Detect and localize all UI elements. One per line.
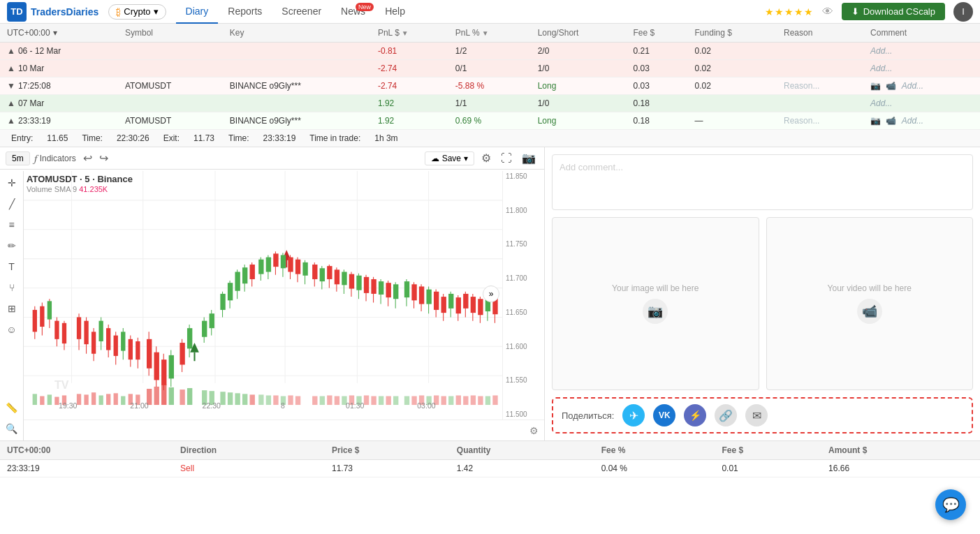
- trade-time[interactable]: ▼17:25:08: [0, 77, 118, 95]
- th-pnl-usd[interactable]: PnL $ ▼: [371, 24, 448, 43]
- svg-rect-179: [393, 396, 398, 405]
- svg-rect-88: [320, 268, 325, 281]
- add-link[interactable]: Add...: [902, 116, 923, 126]
- nav-diary[interactable]: Diary: [176, 0, 219, 24]
- th-timezone[interactable]: UTC+00:00 ▾: [0, 24, 118, 43]
- svg-rect-161: [250, 394, 255, 405]
- pnl-usd: -2.74: [371, 60, 448, 77]
- expand-icon[interactable]: ▲: [7, 64, 15, 73]
- image-upload-box[interactable]: Your image will be here 📷: [552, 217, 759, 390]
- eye-icon[interactable]: 👁: [822, 6, 833, 18]
- fee: 0.18: [626, 95, 687, 112]
- indicators-button[interactable]: 𝑓 Indicators: [34, 152, 76, 165]
- week-label[interactable]: ▲06 - 12 Mar: [0, 43, 118, 60]
- svg-rect-176: [371, 396, 376, 405]
- svg-rect-160: [242, 394, 247, 405]
- svg-rect-74: [266, 258, 271, 272]
- camera-icon[interactable]: 📷: [870, 116, 881, 126]
- timeframe-button[interactable]: 5m: [6, 151, 30, 165]
- add-comment-link[interactable]: Add...: [863, 60, 980, 77]
- save-button[interactable]: ☁ Save ▾: [425, 151, 474, 165]
- logo-icon[interactable]: TD: [7, 2, 27, 22]
- share-discord-button[interactable]: ⚡: [684, 404, 706, 427]
- fork-tool[interactable]: ⑂: [3, 279, 21, 297]
- video-upload-icon[interactable]: 📹: [857, 299, 882, 324]
- crypto-selector[interactable]: ₿ Crypto ▾: [108, 4, 166, 20]
- svg-rect-146: [121, 396, 125, 405]
- th-utc: UTC+00:00: [0, 441, 173, 460]
- trade-time[interactable]: ▲23:33:19: [0, 112, 118, 130]
- svg-rect-157: [220, 392, 225, 405]
- chart-settings-button[interactable]: ⚙: [478, 150, 494, 166]
- bottom-area: 5m 𝑓 Indicators ↩ ↪ ☁ Save ▾ ⚙ ⛶ 📷 ✛ ╱ ≡: [0, 147, 980, 440]
- add-comment-link[interactable]: Add...: [863, 43, 980, 60]
- video-icon[interactable]: 📹: [886, 81, 896, 91]
- image-upload-icon[interactable]: 📷: [643, 299, 668, 324]
- svg-rect-78: [281, 255, 286, 268]
- nav-news[interactable]: News New: [331, 0, 375, 24]
- trend-line-tool[interactable]: ╱: [3, 195, 21, 213]
- crosshair-tool[interactable]: ✛: [3, 174, 21, 192]
- svg-rect-170: [327, 395, 332, 405]
- table-row: ▲23:33:19 ATOMUSDT BINANCE o9Gly*** 1.92…: [0, 112, 980, 130]
- share-email-button[interactable]: ✉: [745, 404, 768, 427]
- expand-icon[interactable]: ▼: [7, 81, 15, 91]
- th-fee: Fee $: [626, 24, 687, 43]
- video-upload-box[interactable]: Your video will be here 📹: [766, 217, 974, 390]
- svg-rect-28: [92, 332, 96, 353]
- svg-rect-90: [327, 266, 332, 279]
- media-row: Your image will be here 📷 Your video wil…: [552, 217, 973, 390]
- pnl-usd: -2.74: [371, 77, 448, 95]
- day-label[interactable]: ▲10 Mar: [0, 60, 118, 77]
- chart-screenshot-button[interactable]: 📷: [519, 150, 539, 166]
- svg-rect-153: [180, 390, 184, 405]
- time-in-trade-value: 1h 3m: [374, 133, 397, 143]
- redo-button[interactable]: ↪: [96, 150, 111, 166]
- pattern-tool[interactable]: ⊞: [3, 299, 21, 318]
- svg-text:03:00: 03:00: [417, 401, 436, 410]
- svg-rect-72: [258, 260, 263, 274]
- share-telegram-button[interactable]: ✈: [622, 404, 645, 427]
- th-pnl-pct[interactable]: PnL % ▼: [448, 24, 531, 43]
- ruler-tool[interactable]: 📏: [3, 399, 21, 417]
- orders-table: UTC+00:00 Direction Price $ Quantity Fee…: [0, 441, 980, 477]
- reason-link[interactable]: Reason...: [777, 77, 863, 95]
- add-comment-link[interactable]: Add...: [863, 95, 980, 112]
- draw-tool[interactable]: ✏: [3, 237, 21, 255]
- chart-container: 5m 𝑓 Indicators ↩ ↪ ☁ Save ▾ ⚙ ⛶ 📷 ✛ ╱ ≡: [0, 147, 545, 440]
- svg-rect-48: [169, 355, 174, 379]
- day-label[interactable]: ▲07 Mar: [0, 95, 118, 112]
- horizontal-line-tool[interactable]: ≡: [3, 216, 21, 234]
- expand-icon[interactable]: ▲: [7, 116, 15, 126]
- camera-icon[interactable]: 📷: [870, 81, 881, 91]
- nav-help[interactable]: Help: [375, 0, 415, 24]
- chart-expand-button[interactable]: ⛶: [498, 151, 515, 166]
- svg-rect-144: [106, 394, 110, 405]
- share-vk-button[interactable]: VK: [653, 404, 675, 427]
- chart-footer-settings[interactable]: ⚙: [529, 425, 539, 436]
- undo-button[interactable]: ↩: [80, 150, 95, 166]
- svg-rect-188: [463, 396, 468, 405]
- svg-rect-44: [154, 353, 159, 380]
- expand-icon[interactable]: ▲: [7, 98, 15, 108]
- logo-text: TradersDiaries: [31, 6, 98, 17]
- chart-body: ATOMUSDT · 5 · Binance Volume SMA 9 41.2…: [24, 171, 544, 420]
- expand-chart-button[interactable]: »: [483, 285, 499, 302]
- emoji-tool[interactable]: ☺: [3, 320, 21, 339]
- comment-input[interactable]: Add comment...: [552, 154, 973, 210]
- expand-icon[interactable]: ▲: [7, 46, 15, 56]
- text-tool[interactable]: T: [3, 258, 21, 276]
- table-row: ▲10 Mar -2.74 0/1 1/0 0.03 0.02 Add...: [0, 60, 980, 77]
- download-cscalp-button[interactable]: ⬇ Download CScalp: [842, 3, 945, 20]
- svg-rect-177: [379, 396, 383, 405]
- nav-screener[interactable]: Screener: [272, 0, 331, 24]
- video-icon[interactable]: 📹: [886, 116, 896, 126]
- reason-link[interactable]: Reason...: [777, 112, 863, 130]
- zoom-tool[interactable]: 🔍: [3, 420, 21, 438]
- table-row: ▼17:25:08 ATOMUSDT BINANCE o9Gly*** -2.7…: [0, 77, 980, 95]
- add-link[interactable]: Add...: [902, 81, 923, 91]
- nav-reports[interactable]: Reports: [218, 0, 272, 24]
- user-avatar[interactable]: I: [953, 2, 973, 22]
- svg-rect-145: [114, 393, 118, 405]
- share-link-button[interactable]: 🔗: [715, 404, 737, 427]
